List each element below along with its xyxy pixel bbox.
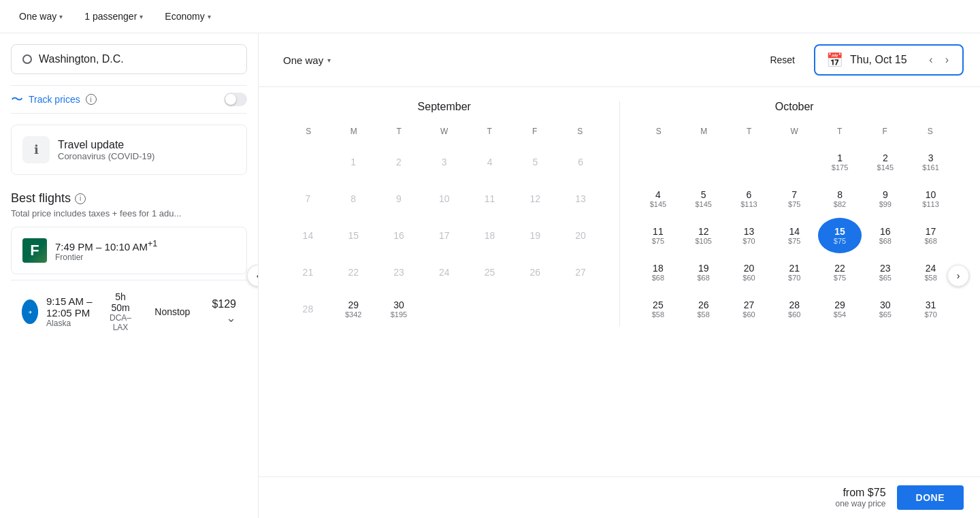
one-way-label: One way — [283, 54, 323, 66]
september-day-empty-33 — [513, 291, 557, 327]
october-day-21[interactable]: 21$70 — [772, 255, 817, 290]
october-day-25[interactable]: 25$58 — [636, 291, 681, 327]
october-day-14[interactable]: 14$75 — [772, 218, 817, 253]
origin-input[interactable]: Washington, D.C. — [11, 44, 247, 74]
october-day-13[interactable]: 13$70 — [727, 218, 771, 253]
alaska-flight-card[interactable]: ✈ 9:15 AM – 12:05 PM Alaska 5h 50m DCA–L… — [11, 280, 247, 343]
september-days-grid: 1234567891011121314151617181920212223242… — [286, 144, 603, 327]
october-day-28[interactable]: 28$60 — [772, 291, 817, 327]
october-day-17[interactable]: 17$68 — [909, 218, 953, 253]
svg-text:✈: ✈ — [29, 310, 32, 314]
passengers-label: 1 passenger — [84, 11, 137, 22]
october-day-26[interactable]: 26$58 — [681, 291, 725, 327]
alaska-airline-name: Alaska — [46, 319, 108, 328]
date-input-box[interactable]: 📅 Thu, Oct 15 ‹ › — [814, 44, 964, 76]
october-day-27[interactable]: 27$60 — [727, 291, 771, 327]
travel-update-card: ℹ Travel update Coronavirus (COVID-19) — [11, 125, 247, 175]
day-header-f1: F — [512, 124, 558, 139]
oct-day-header-m1: M — [681, 124, 727, 139]
october-day-empty-0 — [636, 144, 681, 180]
october-day-23[interactable]: 23$65 — [863, 255, 907, 290]
one-way-button[interactable]: One way ▾ — [275, 49, 339, 71]
october-day-2[interactable]: 2$145 — [863, 144, 907, 180]
october-day-empty-2 — [727, 144, 771, 180]
frontier-flight-card[interactable]: F 7:49 PM – 10:10 AM+1 Frontier — [11, 227, 247, 274]
class-chevron-icon: ▾ — [208, 13, 211, 20]
class-button[interactable]: Economy ▾ — [157, 7, 218, 26]
october-title: October — [636, 101, 953, 113]
september-day-13: 13 — [559, 181, 603, 216]
september-day-25: 25 — [468, 255, 512, 290]
top-bar: One way ▾ 1 passenger ▾ Economy ▾ — [0, 0, 980, 33]
calendar-header: One way ▾ Reset 📅 Thu, Oct 15 ‹ › — [259, 33, 980, 87]
alaska-price-info: $129 ⌄ — [212, 298, 236, 325]
month-divider — [619, 101, 620, 327]
october-day-11[interactable]: 11$75 — [636, 218, 681, 253]
trip-type-button[interactable]: One way ▾ — [11, 7, 71, 26]
track-prices-info-icon[interactable]: i — [86, 94, 97, 105]
october-day-15[interactable]: 15$75 — [818, 218, 862, 253]
october-day-4[interactable]: 4$145 — [636, 181, 681, 216]
best-flights-info-icon[interactable]: i — [75, 193, 86, 204]
september-day-30[interactable]: 30$195 — [377, 291, 421, 327]
track-prices-icon: 〜 — [11, 91, 23, 108]
frontier-flight-info: 7:49 PM – 10:10 AM+1 Frontier — [55, 239, 157, 262]
calendar-panel: One way ▾ Reset 📅 Thu, Oct 15 ‹ › Septem… — [259, 33, 980, 518]
track-prices-toggle[interactable] — [224, 93, 247, 106]
left-nav-arrow[interactable]: ‹ — [247, 265, 259, 287]
october-day-18[interactable]: 18$68 — [636, 255, 681, 290]
october-day-31[interactable]: 31$70 — [909, 291, 953, 327]
calendar-footer: from $75 one way price DONE — [259, 476, 980, 518]
september-day-empty-32 — [468, 291, 512, 327]
october-day-3[interactable]: 3$161 — [909, 144, 953, 180]
alaska-duration: 5h 50m — [108, 291, 133, 313]
september-day-1: 1 — [331, 144, 376, 180]
best-flights-title: Best flights i — [11, 191, 247, 206]
day-header-t1: T — [376, 124, 422, 139]
right-nav-arrow[interactable]: › — [947, 265, 969, 287]
october-day-16[interactable]: 16$68 — [863, 218, 907, 253]
september-day-19: 19 — [513, 218, 557, 253]
october-day-9[interactable]: 9$99 — [863, 181, 907, 216]
october-day-10[interactable]: 10$113 — [909, 181, 953, 216]
september-day-empty-0 — [286, 144, 330, 180]
origin-dot-icon — [22, 54, 32, 64]
september-day-2: 2 — [377, 144, 421, 180]
october-day-8[interactable]: 8$82 — [818, 181, 862, 216]
october-day-20[interactable]: 20$60 — [727, 255, 771, 290]
october-day-29[interactable]: 29$54 — [818, 291, 862, 327]
september-day-10: 10 — [422, 181, 466, 216]
date-next-button[interactable]: › — [943, 51, 951, 69]
done-button[interactable]: DONE — [897, 485, 964, 510]
october-day-7[interactable]: 7$75 — [772, 181, 817, 216]
october-day-19[interactable]: 19$68 — [681, 255, 725, 290]
main-layout: Washington, D.C. 〜 Track prices i ℹ Trav… — [0, 33, 980, 518]
left-panel: Washington, D.C. 〜 Track prices i ℹ Trav… — [0, 33, 259, 518]
reset-button[interactable]: Reset — [762, 49, 803, 71]
passengers-button[interactable]: 1 passenger ▾ — [76, 7, 151, 26]
september-title: September — [286, 101, 603, 113]
september-day-6: 6 — [559, 144, 603, 180]
travel-update-text: Travel update Coronavirus (COVID-19) — [58, 139, 154, 161]
october-day-1[interactable]: 1$175 — [818, 144, 862, 180]
day-header-m1: M — [331, 124, 377, 139]
track-prices-row: 〜 Track prices i — [11, 85, 247, 114]
september-day-4: 4 — [468, 144, 512, 180]
september-day-7: 7 — [286, 181, 330, 216]
october-day-22[interactable]: 22$75 — [818, 255, 862, 290]
october-day-12[interactable]: 12$105 — [681, 218, 725, 253]
september-day-empty-34 — [559, 291, 603, 327]
alaska-expand-icon[interactable]: ⌄ — [226, 310, 236, 325]
september-day-29[interactable]: 29$342 — [331, 291, 376, 327]
october-day-6[interactable]: 6$113 — [727, 181, 771, 216]
october-day-30[interactable]: 30$65 — [863, 291, 907, 327]
october-days-grid: 1$1752$1453$1614$1455$1456$1137$758$829$… — [636, 144, 953, 327]
price-info: from $75 one way price — [836, 487, 886, 508]
october-day-5[interactable]: 5$145 — [681, 181, 725, 216]
september-day-5: 5 — [513, 144, 557, 180]
calendar-body: September S M T W T F S 1234567891011121… — [259, 87, 980, 340]
day-header-w1: W — [422, 124, 468, 139]
date-prev-button[interactable]: ‹ — [926, 51, 935, 69]
october-day-24[interactable]: 24$58 — [909, 255, 953, 290]
september-day-8: 8 — [331, 181, 376, 216]
